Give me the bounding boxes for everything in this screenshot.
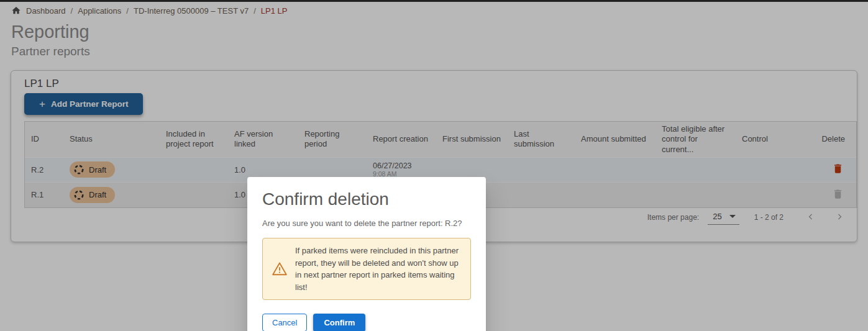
dialog-title: Confirm deletion	[262, 189, 471, 209]
cancel-button[interactable]: Cancel	[262, 314, 307, 331]
warning-text: If parked items were reincluded in this …	[295, 245, 462, 293]
confirm-button[interactable]: Confirm	[313, 314, 365, 331]
dialog-message: Are you sure you want to delete the part…	[262, 219, 471, 228]
dialog-actions: Cancel Confirm	[262, 314, 471, 331]
confirm-deletion-dialog: Confirm deletion Are you sure you want t…	[247, 177, 486, 331]
warning-icon	[272, 261, 288, 277]
warning-box: If parked items were reincluded in this …	[262, 238, 471, 300]
